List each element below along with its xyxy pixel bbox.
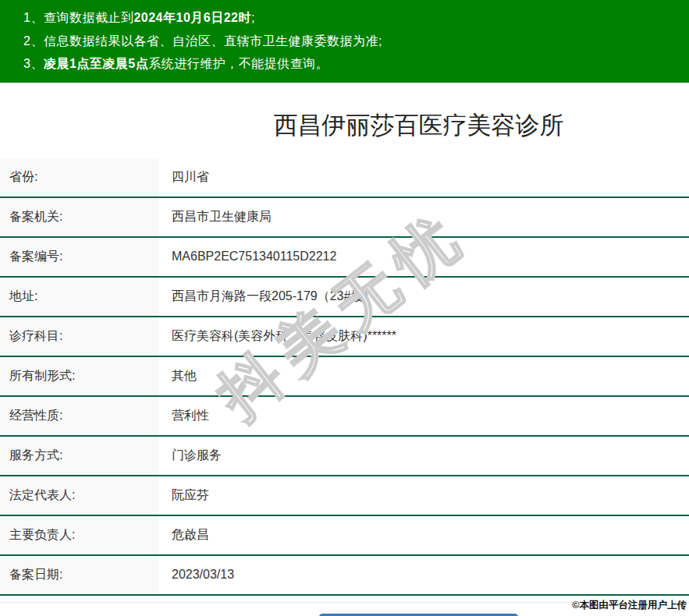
row-value: 四川省	[158, 158, 689, 197]
row-value: 阮应芬	[158, 476, 689, 515]
table-row: 省份: 四川省	[0, 158, 689, 197]
notice-line-text: 信息数据结果以各省、自治区、直辖市卫生健康委数据为准;	[44, 34, 382, 48]
notice-line-number: 3、	[23, 57, 44, 70]
row-value: 危啟昌	[158, 515, 689, 555]
table-row: 备案机关: 西昌市卫生健康局	[0, 197, 689, 237]
row-label: 诊疗科目:	[0, 317, 158, 356]
table-row: 备案编号: MA6BP2EC751340115D2212	[0, 237, 689, 277]
row-label: 主要负责人:	[0, 515, 158, 555]
table-row: 经营性质: 营利性	[0, 396, 689, 436]
row-label: 服务方式:	[0, 436, 158, 476]
table-row: 备案日期: 2023/03/13	[0, 555, 689, 595]
table-row: 主要负责人: 危啟昌	[0, 515, 689, 555]
row-value: 其他	[158, 356, 689, 396]
notice-line-text: 查询数据截止到	[44, 11, 134, 24]
notice-line-bold: 凌晨1点至凌晨5点	[44, 57, 148, 70]
table-row: 服务方式: 门诊服务	[0, 436, 689, 476]
page-title: 西昌伊丽莎百医疗美容诊所	[0, 83, 689, 142]
table-row: 地址: 西昌市月海路一段205-179（23#楼）	[0, 277, 689, 317]
table-row: 诊疗科目: 医疗美容科(美容外科，美容皮肤科)******	[0, 317, 689, 356]
notice-banner: 1、查询数据截止到2024年10月6日22时; 2、信息数据结果以各省、自治区、…	[0, 0, 689, 83]
notice-line-number: 2、	[23, 34, 44, 48]
row-label: 经营性质:	[0, 396, 158, 436]
credit-text: ©本图由平台注册用户上传	[572, 599, 687, 612]
table-row: 法定代表人: 阮应芬	[0, 476, 689, 515]
row-value: 西昌市月海路一段205-179（23#楼）	[158, 277, 689, 317]
row-label: 法定代表人:	[0, 476, 158, 515]
notice-line-bold: 2024年10月6日22时	[133, 11, 251, 24]
notice-line-1: 1、查询数据截止到2024年10月6日22时;	[0, 6, 689, 30]
row-label: 备案日期:	[0, 555, 158, 595]
row-value: 门诊服务	[158, 436, 689, 476]
notice-line-number: 1、	[23, 11, 44, 24]
row-value: 2023/03/13	[158, 555, 689, 595]
notice-line-text: ;	[251, 11, 255, 24]
notice-line-text: 系统进行维护，不能提供查询。	[148, 57, 329, 70]
row-value: 营利性	[158, 396, 689, 436]
row-label: 地址:	[0, 277, 158, 317]
notice-line-3: 3、凌晨1点至凌晨5点系统进行维护，不能提供查询。	[0, 52, 689, 76]
button-row: 〖关闭窗口〗	[0, 614, 689, 616]
row-label: 备案编号:	[0, 237, 158, 277]
row-label: 省份:	[0, 158, 158, 197]
table-row: 所有制形式: 其他	[0, 356, 689, 396]
row-label: 备案机关:	[0, 197, 158, 237]
notice-line-2: 2、信息数据结果以各省、自治区、直辖市卫生健康委数据为准;	[0, 30, 689, 53]
row-value: 医疗美容科(美容外科，美容皮肤科)******	[158, 317, 689, 356]
info-table: 省份: 四川省 备案机关: 西昌市卫生健康局 备案编号: MA6BP2EC751…	[0, 158, 689, 596]
row-value: MA6BP2EC751340115D2212	[158, 237, 689, 277]
row-label: 所有制形式:	[0, 356, 158, 396]
close-window-button[interactable]: 〖关闭窗口〗	[319, 614, 518, 616]
row-value: 西昌市卫生健康局	[158, 197, 689, 237]
